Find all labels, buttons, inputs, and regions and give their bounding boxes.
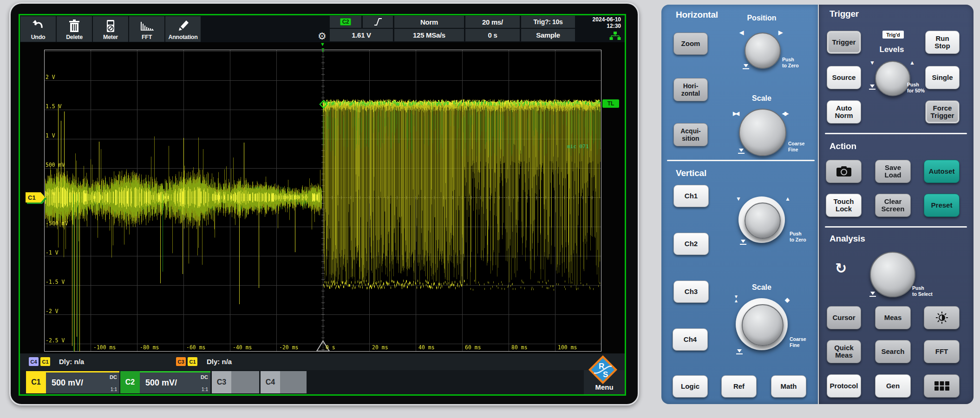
- channel-settings-c4[interactable]: [280, 371, 307, 393]
- push-pin-icon: [869, 291, 876, 297]
- acquisition-button[interactable]: Acqui-sition: [673, 123, 708, 146]
- toolbar-button-label: Undo: [31, 34, 46, 40]
- trigger-level-cell[interactable]: 1.61 V: [330, 29, 393, 41]
- vertical-position-knob[interactable]: [745, 202, 781, 239]
- gear-icon[interactable]: ⚙: [318, 31, 327, 42]
- c4-badge[interactable]: C4: [29, 357, 39, 366]
- rising-edge-icon: [373, 17, 383, 26]
- channel-tab-c1[interactable]: C1: [26, 371, 46, 393]
- horizontal-position-knob[interactable]: [745, 33, 781, 69]
- logic-button[interactable]: Logic: [673, 375, 708, 398]
- ch3-button[interactable]: Ch3: [673, 281, 709, 303]
- horizontal-position-cell[interactable]: 0 s: [465, 29, 520, 41]
- meas-button[interactable]: Meas: [875, 306, 911, 329]
- fft-button[interactable]: FFT: [129, 16, 164, 42]
- section-divider: [667, 160, 815, 161]
- math-button[interactable]: Math: [771, 375, 806, 398]
- lan-icon[interactable]: [609, 31, 621, 40]
- c3-badge[interactable]: C3: [176, 357, 186, 366]
- fft-panel-button[interactable]: FFT: [924, 340, 960, 363]
- delay-bar: [20, 353, 625, 370]
- trigger-level-badge[interactable]: TL: [602, 99, 619, 108]
- waveform-display[interactable]: [44, 50, 601, 352]
- rs-logo[interactable]: R S: [588, 354, 618, 385]
- voltage-axis-label: 2 V: [46, 74, 55, 80]
- channel-tab-c2[interactable]: C2: [120, 371, 140, 393]
- autoset-button[interactable]: Autoset: [924, 160, 960, 183]
- time-axis-label: 60 ms: [465, 344, 481, 351]
- ch4-button[interactable]: Ch4: [673, 328, 708, 351]
- zoom-button[interactable]: Zoom: [673, 33, 708, 55]
- touch-lock-button[interactable]: TouchLock: [826, 194, 862, 217]
- trigger-time-marker-icon[interactable]: ▼: [320, 41, 325, 47]
- auto-norm-button[interactable]: AutoNorm: [827, 100, 861, 124]
- trigger-info-cell[interactable]: Trig?: 10s: [521, 16, 575, 28]
- trigger-source-badge: C2: [340, 18, 352, 26]
- acquisition-mode-cell[interactable]: Sample: [521, 29, 575, 41]
- svg-text:S: S: [603, 370, 608, 379]
- run-stop-button[interactable]: RunStop: [925, 31, 960, 54]
- single-button[interactable]: Single: [925, 66, 960, 89]
- time-axis-label: 0 s: [326, 344, 335, 351]
- preset-button[interactable]: Preset: [924, 194, 960, 217]
- intensity-button[interactable]: [924, 306, 960, 329]
- trigger-slope-cell[interactable]: [363, 16, 393, 28]
- horizontal-scale-label: Scale: [743, 94, 780, 103]
- channel-settings-c3[interactable]: [231, 371, 259, 393]
- meter-button[interactable]: Meter: [93, 16, 128, 42]
- clear-screen-button[interactable]: ClearScreen: [875, 194, 911, 217]
- annotation-button[interactable]: Annotation: [165, 16, 201, 42]
- time-axis-label: -100 ms: [93, 344, 116, 351]
- search-button[interactable]: Search: [875, 340, 911, 363]
- push-pin-icon: [738, 148, 745, 154]
- c1-badge[interactable]: C1: [40, 357, 50, 366]
- force-trigger-button[interactable]: ForceTrigger: [925, 100, 960, 124]
- ch1-button[interactable]: Ch1: [673, 185, 709, 207]
- channel-settings-c1[interactable]: 500 mV/ DC 1:1: [46, 371, 119, 393]
- timebase-cell[interactable]: 20 ms/: [465, 16, 520, 28]
- oscilloscope-screen[interactable]: Undo Delete Meter FFT Annotation ⚙ C2 No…: [19, 14, 626, 396]
- delay-label: Dly: n/a: [207, 358, 232, 366]
- trigger-button[interactable]: Trigger: [827, 31, 861, 54]
- menu-button[interactable]: Menu: [584, 383, 625, 391]
- time-axis-label: 80 ms: [511, 344, 528, 351]
- screenshot-button[interactable]: [826, 160, 862, 183]
- sample-rate-cell[interactable]: 125 MSa/s: [394, 29, 464, 41]
- undo-icon: [31, 19, 45, 33]
- gen-button[interactable]: Gen: [875, 374, 911, 398]
- undo-button[interactable]: Undo: [20, 16, 56, 42]
- channel-tab-c4[interactable]: C4: [261, 371, 280, 393]
- source-button[interactable]: Source: [827, 66, 861, 89]
- delete-button[interactable]: Delete: [57, 16, 92, 42]
- cursor-button[interactable]: Cursor: [827, 306, 861, 329]
- voltage-axis-label: -1 V: [46, 249, 59, 256]
- protocol-button[interactable]: Protocol: [827, 374, 861, 398]
- horizontal-button[interactable]: Hori-zontal: [673, 78, 708, 101]
- apps-button[interactable]: [924, 374, 960, 398]
- save-load-button[interactable]: SaveLoad: [875, 160, 911, 183]
- vertical-scale-knob[interactable]: [742, 304, 784, 346]
- channel-settings-c2[interactable]: 500 mV/ DC 1:1: [140, 371, 210, 393]
- ch2-button[interactable]: Ch2: [673, 233, 709, 255]
- camera-icon: [836, 166, 852, 177]
- push-to-zero-hint: Pushto Zero: [782, 57, 799, 69]
- voltage-axis-label: 1.5 V: [46, 103, 62, 110]
- ref-button[interactable]: Ref: [721, 375, 757, 398]
- trigger-level-knob[interactable]: [875, 61, 910, 96]
- quick-meas-button[interactable]: QuickMeas: [827, 340, 861, 363]
- horizontal-position-label: Position: [743, 14, 780, 22]
- waveform-annotation[interactable]: mic 071: [567, 144, 588, 150]
- toolbar-button-label: Annotation: [169, 34, 198, 40]
- trigger-mode-cell[interactable]: Norm: [394, 16, 464, 28]
- channel-tab-c3[interactable]: C3: [212, 371, 231, 393]
- trigger-source-cell[interactable]: C2: [330, 16, 361, 28]
- time-axis-label: -80 ms: [140, 344, 159, 351]
- horizontal-scale-knob[interactable]: [739, 109, 786, 156]
- voltage-axis-label: 0 V: [46, 191, 55, 197]
- channel-scale: 500 mV/: [145, 378, 177, 388]
- c1-badge[interactable]: C1: [188, 357, 197, 366]
- push-to-select-hint: Pushto Select: [912, 285, 933, 297]
- channel-coupling: DC: [110, 374, 117, 380]
- navigation-knob[interactable]: [870, 252, 915, 297]
- time-axis-label: -60 ms: [186, 344, 206, 351]
